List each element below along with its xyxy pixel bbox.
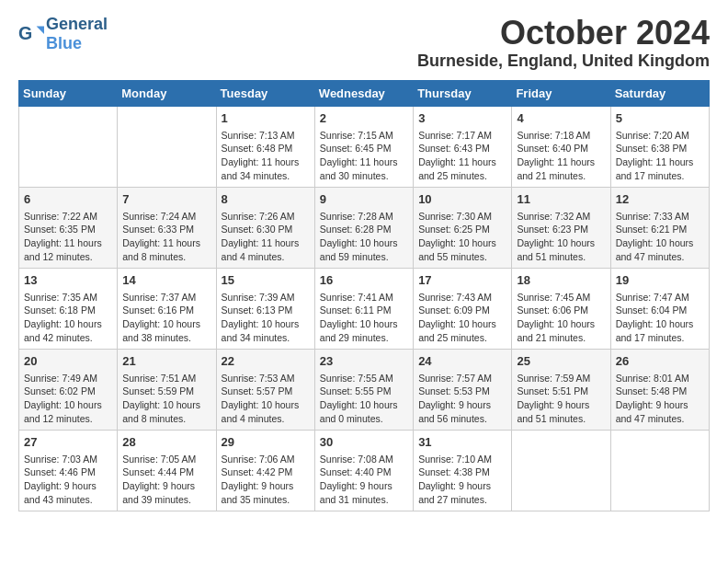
calendar-cell: 8Sunrise: 7:26 AMSunset: 6:30 PMDaylight… <box>216 187 314 268</box>
day-number: 10 <box>418 191 506 208</box>
calendar-cell: 31Sunrise: 7:10 AMSunset: 4:38 PMDayligh… <box>414 430 512 511</box>
day-number: 9 <box>320 191 408 208</box>
day-detail: Sunrise: 7:20 AMSunset: 6:38 PMDaylight:… <box>616 129 704 183</box>
calendar-cell: 3Sunrise: 7:17 AMSunset: 6:43 PMDaylight… <box>414 106 512 187</box>
day-number: 15 <box>222 272 310 289</box>
calendar-week-row: 1Sunrise: 7:13 AMSunset: 6:48 PMDaylight… <box>19 106 710 187</box>
day-detail: Sunrise: 7:18 AMSunset: 6:40 PMDaylight:… <box>517 129 605 183</box>
calendar-cell: 4Sunrise: 7:18 AMSunset: 6:40 PMDaylight… <box>512 106 610 187</box>
col-wednesday: Wednesday <box>314 80 413 106</box>
day-detail: Sunrise: 7:37 AMSunset: 6:16 PMDaylight:… <box>122 291 210 345</box>
day-detail: Sunrise: 7:43 AMSunset: 6:09 PMDaylight:… <box>418 291 506 345</box>
day-detail: Sunrise: 7:08 AMSunset: 4:40 PMDaylight:… <box>320 453 408 507</box>
day-number: 30 <box>320 434 408 451</box>
day-number: 17 <box>418 272 506 289</box>
day-number: 12 <box>616 191 704 208</box>
day-number: 19 <box>616 272 704 289</box>
day-number: 18 <box>517 272 605 289</box>
col-saturday: Saturday <box>610 80 709 106</box>
day-detail: Sunrise: 7:15 AMSunset: 6:45 PMDaylight:… <box>320 129 408 183</box>
calendar-cell: 16Sunrise: 7:41 AMSunset: 6:11 PMDayligh… <box>314 268 413 349</box>
day-detail: Sunrise: 7:06 AMSunset: 4:42 PMDaylight:… <box>222 453 310 507</box>
calendar-cell: 9Sunrise: 7:28 AMSunset: 6:28 PMDaylight… <box>314 187 413 268</box>
day-detail: Sunrise: 7:03 AMSunset: 4:46 PMDaylight:… <box>24 453 112 507</box>
day-number: 13 <box>24 272 112 289</box>
calendar-cell: 6Sunrise: 7:22 AMSunset: 6:35 PMDaylight… <box>19 187 118 268</box>
day-number: 5 <box>616 110 704 127</box>
calendar-cell: 27Sunrise: 7:03 AMSunset: 4:46 PMDayligh… <box>19 430 118 511</box>
day-detail: Sunrise: 7:22 AMSunset: 6:35 PMDaylight:… <box>24 210 112 264</box>
calendar-cell: 26Sunrise: 8:01 AMSunset: 5:48 PMDayligh… <box>610 349 709 430</box>
day-detail: Sunrise: 7:33 AMSunset: 6:21 PMDaylight:… <box>616 210 704 264</box>
day-detail: Sunrise: 7:49 AMSunset: 6:02 PMDaylight:… <box>24 372 112 426</box>
calendar-cell <box>610 430 709 511</box>
logo-blue: Blue <box>46 34 82 52</box>
calendar-header-row: Sunday Monday Tuesday Wednesday Thursday… <box>19 80 710 106</box>
day-detail: Sunrise: 7:30 AMSunset: 6:25 PMDaylight:… <box>418 210 506 264</box>
calendar-cell: 21Sunrise: 7:51 AMSunset: 5:59 PMDayligh… <box>118 349 216 430</box>
calendar-cell: 22Sunrise: 7:53 AMSunset: 5:57 PMDayligh… <box>216 349 314 430</box>
calendar-cell: 1Sunrise: 7:13 AMSunset: 6:48 PMDaylight… <box>216 106 314 187</box>
calendar-cell: 20Sunrise: 7:49 AMSunset: 6:02 PMDayligh… <box>19 349 118 430</box>
day-detail: Sunrise: 7:32 AMSunset: 6:23 PMDaylight:… <box>517 210 605 264</box>
day-detail: Sunrise: 7:24 AMSunset: 6:33 PMDaylight:… <box>122 210 210 264</box>
day-number: 26 <box>616 353 704 370</box>
day-number: 1 <box>222 110 310 127</box>
day-detail: Sunrise: 7:47 AMSunset: 6:04 PMDaylight:… <box>616 291 704 345</box>
day-number: 6 <box>24 191 112 208</box>
title-section: October 2024 Burneside, England, United … <box>417 15 710 71</box>
calendar-week-row: 13Sunrise: 7:35 AMSunset: 6:18 PMDayligh… <box>19 268 710 349</box>
day-detail: Sunrise: 7:28 AMSunset: 6:28 PMDaylight:… <box>320 210 408 264</box>
day-detail: Sunrise: 7:53 AMSunset: 5:57 PMDaylight:… <box>222 372 310 426</box>
calendar-cell: 25Sunrise: 7:59 AMSunset: 5:51 PMDayligh… <box>512 349 610 430</box>
calendar-cell: 18Sunrise: 7:45 AMSunset: 6:06 PMDayligh… <box>512 268 610 349</box>
day-detail: Sunrise: 7:55 AMSunset: 5:55 PMDaylight:… <box>320 372 408 426</box>
calendar-cell: 2Sunrise: 7:15 AMSunset: 6:45 PMDaylight… <box>314 106 413 187</box>
day-number: 29 <box>222 434 310 451</box>
page-header: G General Blue October 2024 Burneside, E… <box>18 15 710 71</box>
day-number: 25 <box>517 353 605 370</box>
logo-general: General <box>46 15 108 33</box>
calendar-week-row: 27Sunrise: 7:03 AMSunset: 4:46 PMDayligh… <box>19 430 710 511</box>
calendar-cell <box>19 106 118 187</box>
logo-icon: G <box>18 21 44 47</box>
day-number: 24 <box>418 353 506 370</box>
day-number: 28 <box>122 434 210 451</box>
day-number: 4 <box>517 110 605 127</box>
day-detail: Sunrise: 7:17 AMSunset: 6:43 PMDaylight:… <box>418 129 506 183</box>
day-number: 16 <box>320 272 408 289</box>
day-detail: Sunrise: 7:10 AMSunset: 4:38 PMDaylight:… <box>418 453 506 507</box>
calendar-cell: 29Sunrise: 7:06 AMSunset: 4:42 PMDayligh… <box>216 430 314 511</box>
col-friday: Friday <box>512 80 610 106</box>
day-number: 21 <box>122 353 210 370</box>
col-tuesday: Tuesday <box>216 80 314 106</box>
calendar-cell: 13Sunrise: 7:35 AMSunset: 6:18 PMDayligh… <box>19 268 118 349</box>
calendar-week-row: 6Sunrise: 7:22 AMSunset: 6:35 PMDaylight… <box>19 187 710 268</box>
day-number: 27 <box>24 434 112 451</box>
day-detail: Sunrise: 7:26 AMSunset: 6:30 PMDaylight:… <box>222 210 310 264</box>
calendar-cell: 19Sunrise: 7:47 AMSunset: 6:04 PMDayligh… <box>610 268 709 349</box>
calendar-cell: 28Sunrise: 7:05 AMSunset: 4:44 PMDayligh… <box>118 430 216 511</box>
col-sunday: Sunday <box>19 80 118 106</box>
location-title: Burneside, England, United Kingdom <box>417 52 710 71</box>
calendar-cell: 10Sunrise: 7:30 AMSunset: 6:25 PMDayligh… <box>414 187 512 268</box>
col-monday: Monday <box>118 80 216 106</box>
calendar-cell: 15Sunrise: 7:39 AMSunset: 6:13 PMDayligh… <box>216 268 314 349</box>
day-number: 14 <box>122 272 210 289</box>
calendar-cell: 23Sunrise: 7:55 AMSunset: 5:55 PMDayligh… <box>314 349 413 430</box>
calendar-cell: 17Sunrise: 7:43 AMSunset: 6:09 PMDayligh… <box>414 268 512 349</box>
day-number: 8 <box>222 191 310 208</box>
calendar-cell: 30Sunrise: 7:08 AMSunset: 4:40 PMDayligh… <box>314 430 413 511</box>
calendar-cell <box>118 106 216 187</box>
col-thursday: Thursday <box>414 80 512 106</box>
calendar-table: Sunday Monday Tuesday Wednesday Thursday… <box>18 80 710 511</box>
day-detail: Sunrise: 8:01 AMSunset: 5:48 PMDaylight:… <box>616 372 704 426</box>
day-number: 2 <box>320 110 408 127</box>
day-number: 7 <box>122 191 210 208</box>
day-detail: Sunrise: 7:35 AMSunset: 6:18 PMDaylight:… <box>24 291 112 345</box>
day-number: 20 <box>24 353 112 370</box>
day-detail: Sunrise: 7:41 AMSunset: 6:11 PMDaylight:… <box>320 291 408 345</box>
day-detail: Sunrise: 7:57 AMSunset: 5:53 PMDaylight:… <box>418 372 506 426</box>
calendar-cell: 14Sunrise: 7:37 AMSunset: 6:16 PMDayligh… <box>118 268 216 349</box>
calendar-cell: 24Sunrise: 7:57 AMSunset: 5:53 PMDayligh… <box>414 349 512 430</box>
